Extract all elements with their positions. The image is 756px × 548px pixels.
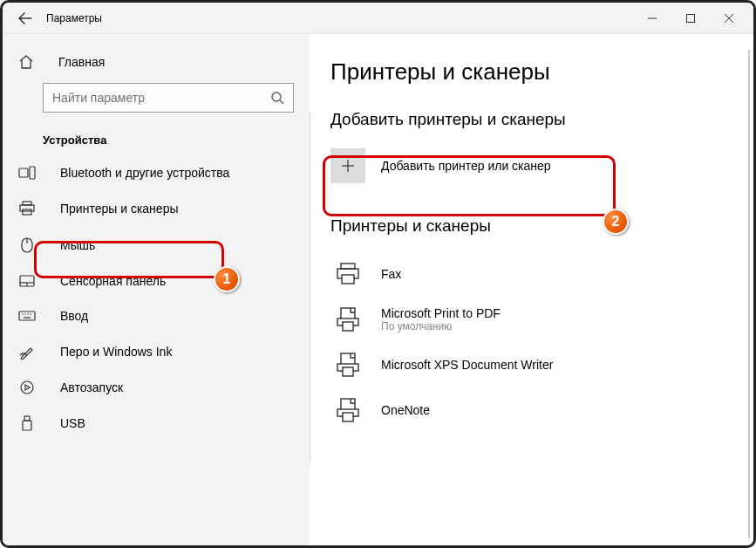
printer-item-pdf[interactable]: Microsoft Print to PDF По умолчанию <box>330 297 627 342</box>
printer-doc-icon <box>330 350 365 380</box>
printer-doc-icon <box>330 395 365 425</box>
keyboard-icon <box>18 311 36 321</box>
sidebar-item-label: Мышь <box>60 238 95 252</box>
svg-point-15 <box>22 313 23 314</box>
svg-rect-5 <box>30 167 35 179</box>
sidebar-item-label: Bluetooth и другие устройства <box>60 166 229 180</box>
usb-icon <box>18 415 36 431</box>
sidebar-item-label: Сенсорная панель <box>60 274 166 288</box>
printer-sub: По умолчанию <box>381 320 501 332</box>
search-field[interactable] <box>52 91 270 105</box>
printers-section-heading: Принтеры и сканеры <box>330 216 753 236</box>
svg-rect-1 <box>687 14 695 22</box>
printer-item-fax[interactable]: Fax <box>330 251 627 297</box>
svg-point-18 <box>30 313 31 314</box>
add-printer-button[interactable]: Добавить принтер или сканер <box>330 145 610 187</box>
svg-rect-21 <box>24 416 30 421</box>
add-printer-label: Добавить принтер или сканер <box>381 159 551 173</box>
scrollbar[interactable] <box>748 50 750 538</box>
printer-name: Fax <box>381 267 401 281</box>
autoplay-icon <box>18 380 36 394</box>
svg-rect-6 <box>23 202 31 205</box>
sidebar-item-autoplay[interactable]: Автозапуск <box>3 370 310 405</box>
sidebar-item-label: Перо и Windows Ink <box>60 345 172 359</box>
add-section-heading: Добавить принтеры и сканеры <box>330 110 753 129</box>
sidebar-item-touchpad[interactable]: Сенсорная панель <box>3 264 310 298</box>
minimize-button[interactable] <box>633 3 671 34</box>
titlebar: Параметры <box>3 3 753 34</box>
sidebar-item-label: USB <box>60 416 85 430</box>
sidebar-item-pen[interactable]: Перо и Windows Ink <box>3 333 310 370</box>
svg-rect-14 <box>19 312 35 320</box>
svg-rect-27 <box>342 275 354 284</box>
touchpad-icon <box>18 275 36 287</box>
sidebar: Главная Устройства Bluetooth и другие ус… <box>3 34 310 545</box>
maximize-button[interactable] <box>671 3 710 34</box>
svg-rect-25 <box>341 264 355 269</box>
sidebar-item-typing[interactable]: Ввод <box>3 298 310 333</box>
printer-name: Microsoft Print to PDF <box>381 306 501 320</box>
plus-icon <box>330 148 365 183</box>
sidebar-section-heading: Устройства <box>3 128 310 155</box>
window-title: Параметры <box>43 12 102 24</box>
pen-icon <box>18 344 36 360</box>
sidebar-item-printers[interactable]: Принтеры и сканеры <box>3 190 310 227</box>
svg-rect-30 <box>343 322 353 331</box>
sidebar-item-bluetooth[interactable]: Bluetooth и другие устройства <box>3 155 310 190</box>
sidebar-item-usb[interactable]: USB <box>3 405 310 442</box>
printer-name: Microsoft XPS Document Writer <box>381 358 553 372</box>
svg-rect-4 <box>19 168 28 177</box>
svg-rect-36 <box>343 413 353 421</box>
printer-icon <box>330 259 365 289</box>
svg-point-16 <box>24 313 25 314</box>
svg-point-17 <box>27 313 28 314</box>
home-label: Главная <box>58 55 105 69</box>
printer-item-onenote[interactable]: OneNote <box>330 387 627 433</box>
sidebar-item-label: Ввод <box>60 309 88 323</box>
devices-icon <box>18 166 36 180</box>
printer-name: OneNote <box>381 403 430 417</box>
close-button[interactable] <box>710 3 748 34</box>
sidebar-item-mouse[interactable]: Мышь <box>3 227 310 264</box>
home-link[interactable]: Главная <box>3 50 310 83</box>
svg-point-2 <box>272 92 281 101</box>
printer-icon <box>18 201 36 216</box>
settings-window: Параметры Главная Устройства <box>0 0 756 548</box>
back-button[interactable] <box>8 3 43 34</box>
search-icon <box>270 91 286 105</box>
divider-line <box>310 113 310 462</box>
printer-doc-icon <box>330 305 365 334</box>
page-title: Принтеры и сканеры <box>330 58 753 86</box>
main-content: Принтеры и сканеры Добавить принтеры и с… <box>310 34 753 545</box>
svg-line-3 <box>280 100 283 104</box>
svg-rect-22 <box>23 421 31 430</box>
sidebar-nav: Bluetooth и другие устройства Принтеры и… <box>3 155 310 442</box>
sidebar-item-label: Автозапуск <box>60 380 123 394</box>
svg-rect-33 <box>343 367 353 376</box>
search-input[interactable] <box>43 83 294 113</box>
svg-rect-8 <box>23 209 31 215</box>
printer-item-xps[interactable]: Microsoft XPS Document Writer <box>330 342 627 387</box>
home-icon <box>18 55 34 69</box>
mouse-icon <box>18 237 36 253</box>
svg-point-20 <box>21 381 33 394</box>
sidebar-item-label: Принтеры и сканеры <box>60 202 178 216</box>
